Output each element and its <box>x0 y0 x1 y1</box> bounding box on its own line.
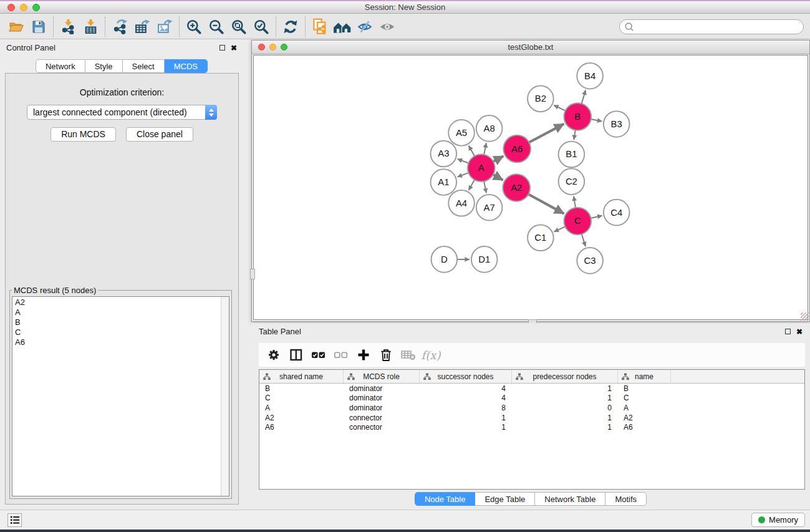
column-header-name[interactable]: name <box>618 370 671 383</box>
network-canvas[interactable]: B4B2BB3A5A8A6A3AB1A1A2C2A4A7C4CC1DD1C3 <box>253 55 808 320</box>
select-all-button[interactable] <box>309 345 329 365</box>
show-columns-button[interactable] <box>286 345 306 365</box>
deselect-all-button[interactable] <box>331 345 351 365</box>
table-cell[interactable]: dominator <box>344 394 420 402</box>
graph-edge-C-C2[interactable] <box>574 196 576 209</box>
node-table[interactable]: shared nameMCDS rolesuccessor nodesprede… <box>259 369 805 490</box>
list-scrollbar[interactable] <box>221 297 229 496</box>
zoom-selected-button[interactable] <box>250 16 272 37</box>
table-cell[interactable]: dominator <box>344 404 420 412</box>
table-cell[interactable]: A6 <box>618 423 671 432</box>
table-cell[interactable]: 0 <box>512 404 618 412</box>
table-cell[interactable]: 4 <box>420 394 512 402</box>
refresh-layout-button[interactable] <box>279 16 302 37</box>
table-cell[interactable]: 4 <box>420 384 512 393</box>
export-network-button[interactable] <box>108 16 131 37</box>
zoom-fit-button[interactable] <box>228 16 250 37</box>
table-cell[interactable]: connector <box>344 423 420 432</box>
float-table-panel-icon[interactable] <box>785 329 791 334</box>
table-cell[interactable]: C <box>259 394 344 402</box>
first-neighbors-button[interactable] <box>331 16 354 37</box>
tab-network-table[interactable]: Network Table <box>535 492 605 506</box>
table-cell[interactable]: 1 <box>512 384 618 393</box>
table-row[interactable]: A6connector11A6 <box>259 422 804 432</box>
graph-edge-A-A7[interactable] <box>484 180 486 193</box>
table-cell[interactable]: 1 <box>512 394 618 402</box>
tab-motifs[interactable]: Motifs <box>605 492 647 506</box>
left-divider-grip[interactable] <box>250 269 255 279</box>
table-cell[interactable]: 8 <box>420 404 512 412</box>
delete-button[interactable] <box>376 345 396 365</box>
table-cell[interactable]: B <box>259 384 344 393</box>
mcds-result-item[interactable]: B <box>12 317 229 327</box>
zoom-in-button[interactable] <box>183 16 205 37</box>
table-cell[interactable]: B <box>618 384 671 393</box>
resize-grip[interactable] <box>801 312 809 321</box>
mcds-result-item[interactable]: A <box>12 307 229 317</box>
column-header-shared-name[interactable]: shared name <box>259 370 344 383</box>
graph-edge-A-A1[interactable] <box>458 172 470 177</box>
table-cell[interactable]: A6 <box>259 423 344 432</box>
mcds-result-item[interactable]: A2 <box>12 297 229 307</box>
graph-edge-C-C3[interactable] <box>581 233 586 246</box>
close-panel-button[interactable]: Close panel <box>126 127 193 142</box>
column-header-MCDS-role[interactable]: MCDS role <box>344 370 420 383</box>
graph-edge-B-B4[interactable] <box>581 90 586 105</box>
open-session-button[interactable] <box>5 16 27 37</box>
graph-edge-A-A3[interactable] <box>458 159 470 163</box>
titlebar[interactable]: Session: New Session <box>0 1 810 14</box>
tab-select[interactable]: Select <box>123 59 165 73</box>
memory-button[interactable]: Memory <box>751 513 805 527</box>
table-cell[interactable]: 1 <box>420 423 512 432</box>
graph-edge-A6-B[interactable] <box>528 124 564 143</box>
search-input[interactable] <box>635 21 803 33</box>
table-cell[interactable]: dominator <box>344 384 420 393</box>
table-cell[interactable]: A2 <box>259 414 344 422</box>
tab-network[interactable]: Network <box>36 59 85 73</box>
table-cell[interactable]: A <box>618 404 671 412</box>
close-panel-icon[interactable]: ✖ <box>231 45 237 51</box>
task-history-button[interactable] <box>7 513 22 527</box>
graph-edge-A-A2[interactable] <box>492 174 503 180</box>
export-image-button[interactable] <box>153 16 176 37</box>
export-table-button[interactable] <box>131 16 153 37</box>
table-settings-button[interactable] <box>264 345 284 365</box>
graph-edge-B-B2[interactable] <box>554 105 566 112</box>
table-row[interactable]: A2connector11A2 <box>259 413 804 423</box>
graph-edge-A2-C[interactable] <box>528 194 564 214</box>
table-cell[interactable]: 1 <box>512 414 618 422</box>
optimization-criterion-select[interactable]: largest connected component (directed) <box>27 105 217 120</box>
zoom-out-button[interactable] <box>205 16 228 37</box>
column-header-predecessor-nodes[interactable]: predecessor nodes <box>512 370 618 383</box>
float-panel-icon[interactable] <box>219 45 225 51</box>
add-column-button[interactable] <box>354 345 374 365</box>
import-table-button[interactable] <box>79 16 102 37</box>
table-cell[interactable]: 1 <box>512 423 618 432</box>
new-network-from-selection-button[interactable] <box>309 16 331 37</box>
column-header-successor-nodes[interactable]: successor nodes <box>420 370 512 383</box>
hide-selected-button[interactable] <box>354 16 376 37</box>
tab-edge-table[interactable]: Edge Table <box>475 492 535 506</box>
graph-edge-C-C1[interactable] <box>554 226 567 232</box>
table-row[interactable]: Bdominator41B <box>259 384 804 394</box>
show-all-button[interactable] <box>376 16 398 37</box>
table-row[interactable]: Cdominator41C <box>259 394 804 404</box>
close-table-panel-icon[interactable]: ✖ <box>796 329 803 335</box>
import-network-button[interactable] <box>57 16 79 37</box>
tab-style[interactable]: Style <box>85 59 123 73</box>
graph-edge-A-A5[interactable] <box>469 146 475 158</box>
graph-edge-C-C4[interactable] <box>590 216 602 218</box>
save-session-button[interactable] <box>27 16 50 37</box>
mcds-result-item[interactable]: A6 <box>12 337 229 347</box>
graph-edge-A-A6[interactable] <box>492 156 503 162</box>
network-window-titlebar[interactable]: testGlobe.txt <box>252 41 809 54</box>
table-cell[interactable]: C <box>618 394 671 402</box>
graph-edge-A-A4[interactable] <box>469 179 475 191</box>
table-cell[interactable]: 1 <box>420 414 512 422</box>
network-graph[interactable]: B4B2BB3A5A8A6A3AB1A1A2C2A4A7C4CC1DD1C3 <box>254 56 808 319</box>
mcds-result-item[interactable]: C <box>12 327 229 337</box>
run-mcds-button[interactable]: Run MCDS <box>51 127 116 142</box>
tab-node-table[interactable]: Node Table <box>415 492 476 506</box>
table-cell[interactable]: connector <box>344 414 420 422</box>
graph-edge-A-A8[interactable] <box>484 143 486 156</box>
